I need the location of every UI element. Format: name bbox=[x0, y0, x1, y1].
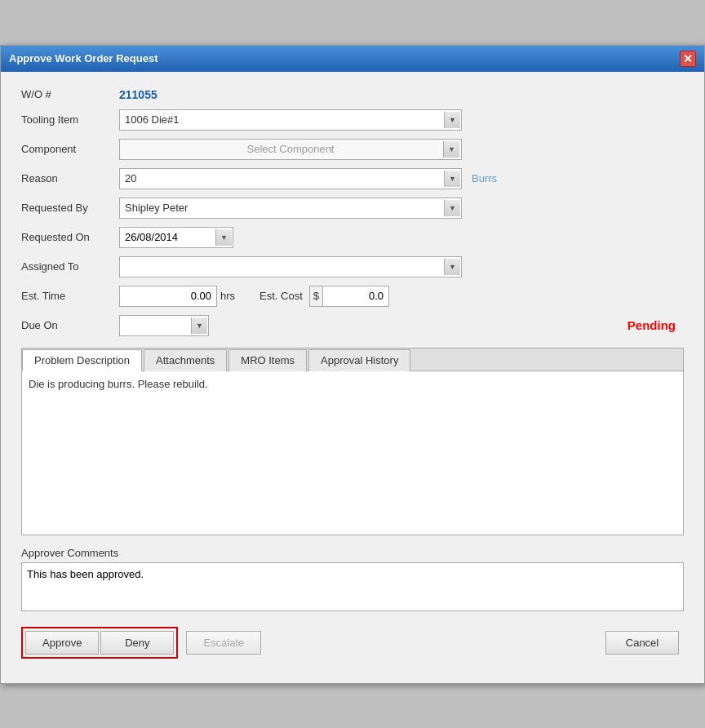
component-dropdown-arrow: ▼ bbox=[443, 141, 459, 158]
requested-on-field: ▼ bbox=[119, 227, 684, 248]
component-row: Component Select Component ▼ bbox=[21, 139, 684, 160]
approve-deny-group: Approve Deny bbox=[21, 627, 178, 659]
component-label: Component bbox=[21, 143, 119, 155]
reason-hint: Burrs bbox=[472, 172, 497, 184]
tab-attachments[interactable]: Attachments bbox=[144, 349, 227, 371]
reason-field: 20 ▼ Burrs bbox=[119, 168, 684, 189]
component-placeholder-text: Select Component bbox=[247, 143, 335, 155]
due-on-input[interactable] bbox=[119, 315, 209, 336]
tabs-section: Problem Description Attachments MRO Item… bbox=[21, 348, 684, 535]
form-content: W/O # 211055 Tooling Item 1006 Die#1 ▼ C… bbox=[1, 72, 704, 683]
close-icon: ✕ bbox=[683, 52, 693, 65]
due-on-date-wrapper: ▼ bbox=[119, 315, 209, 336]
deny-button[interactable]: Deny bbox=[100, 631, 174, 655]
wo-row: W/O # 211055 bbox=[21, 88, 684, 101]
approver-comments-textarea[interactable] bbox=[21, 562, 684, 611]
tab-mro-items[interactable]: MRO Items bbox=[228, 349, 307, 371]
component-field: Select Component ▼ bbox=[119, 139, 684, 160]
requested-by-select[interactable]: Shipley Peter bbox=[119, 198, 462, 219]
tooling-select-wrapper: 1006 Die#1 ▼ bbox=[119, 109, 462, 131]
status-badge: Pending bbox=[627, 318, 676, 332]
problem-description-textarea[interactable] bbox=[29, 378, 676, 525]
requested-by-field: Shipley Peter ▼ bbox=[119, 198, 684, 219]
due-on-field: ▼ Pending bbox=[119, 315, 684, 336]
tooling-field: 1006 Die#1 ▼ bbox=[119, 109, 684, 131]
due-on-label: Due On bbox=[21, 319, 119, 331]
assigned-to-select[interactable] bbox=[119, 256, 462, 277]
assigned-to-field: ▼ bbox=[119, 256, 684, 277]
approver-comments-label: Approver Comments bbox=[21, 547, 684, 559]
tooling-select[interactable]: 1006 Die#1 bbox=[119, 109, 462, 131]
reason-select[interactable]: 20 bbox=[119, 168, 462, 189]
component-select[interactable]: Select Component ▼ bbox=[119, 139, 462, 160]
assigned-to-select-wrapper: ▼ bbox=[119, 256, 462, 277]
wo-label: W/O # bbox=[21, 88, 119, 100]
requested-on-date-wrapper: ▼ bbox=[119, 227, 233, 248]
main-window: Approve Work Order Request ✕ W/O # 21105… bbox=[0, 45, 705, 684]
approve-button[interactable]: Approve bbox=[25, 631, 99, 655]
cost-input[interactable] bbox=[323, 286, 388, 306]
tabs-header: Problem Description Attachments MRO Item… bbox=[22, 348, 683, 371]
reason-select-wrapper: 20 ▼ bbox=[119, 168, 462, 189]
cancel-button[interactable]: Cancel bbox=[605, 631, 679, 655]
wo-field: 211055 bbox=[119, 88, 684, 101]
tab-problem-description[interactable]: Problem Description bbox=[22, 349, 142, 371]
requested-on-row: Requested On ▼ bbox=[21, 227, 684, 248]
close-button[interactable]: ✕ bbox=[680, 51, 696, 67]
tab-approval-history[interactable]: Approval History bbox=[308, 349, 410, 371]
escalate-button[interactable]: Escalate bbox=[186, 631, 261, 655]
requested-by-row: Requested By Shipley Peter ▼ bbox=[21, 198, 684, 219]
title-bar: Approve Work Order Request ✕ bbox=[1, 46, 704, 72]
requested-by-label: Requested By bbox=[21, 202, 119, 214]
window-title: Approve Work Order Request bbox=[9, 52, 158, 64]
tab-content-area bbox=[22, 371, 683, 535]
est-row: Est. Time hrs Est. Cost $ bbox=[21, 286, 684, 307]
est-time-input[interactable] bbox=[119, 286, 217, 307]
tooling-label: Tooling Item bbox=[21, 113, 119, 126]
hrs-label: hrs bbox=[220, 290, 235, 302]
buttons-row: Approve Deny Escalate Cancel bbox=[21, 627, 684, 667]
approver-section: Approver Comments bbox=[21, 547, 684, 614]
est-cost-label: Est. Cost bbox=[259, 290, 303, 302]
assigned-to-label: Assigned To bbox=[21, 260, 119, 273]
requested-on-input[interactable] bbox=[119, 227, 233, 248]
est-time-field: hrs Est. Cost $ bbox=[119, 286, 684, 307]
wo-number: 211055 bbox=[119, 88, 157, 101]
assigned-to-row: Assigned To ▼ bbox=[21, 256, 684, 277]
requested-by-select-wrapper: Shipley Peter ▼ bbox=[119, 198, 462, 219]
cost-wrapper: $ bbox=[309, 286, 389, 307]
est-time-label: Est. Time bbox=[21, 290, 119, 302]
due-on-row: Due On ▼ Pending bbox=[21, 315, 684, 336]
reason-label: Reason bbox=[21, 172, 119, 184]
tooling-row: Tooling Item 1006 Die#1 ▼ bbox=[21, 109, 684, 131]
requested-on-label: Requested On bbox=[21, 231, 119, 243]
reason-row: Reason 20 ▼ Burrs bbox=[21, 168, 684, 189]
cost-dollar-sign: $ bbox=[310, 286, 323, 306]
